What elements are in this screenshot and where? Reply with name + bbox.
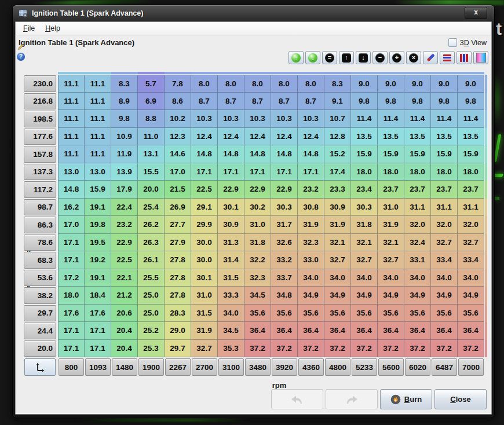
table-cell[interactable]: 10.9: [111, 128, 138, 146]
table-cell[interactable]: 13.9: [111, 163, 138, 181]
table-cell[interactable]: 33.1: [404, 251, 431, 269]
load-header-cell[interactable]: 24.4: [24, 323, 56, 339]
table-cell[interactable]: 34.0: [218, 305, 244, 323]
table-cell[interactable]: 29.7: [165, 340, 191, 358]
table-cell[interactable]: 34.0: [378, 269, 404, 287]
table-cell[interactable]: 25.4: [138, 199, 165, 217]
table-cell[interactable]: 18.0: [378, 163, 404, 181]
undo-button[interactable]: [271, 389, 323, 409]
table-cell[interactable]: 31.8: [244, 234, 271, 252]
table-cell[interactable]: 17.1: [271, 163, 298, 181]
table-cell[interactable]: 9.8: [111, 110, 138, 128]
table-cell[interactable]: 32.1: [324, 234, 351, 252]
table-cell[interactable]: 9.0: [404, 75, 431, 93]
table-cell[interactable]: 14.8: [244, 145, 271, 163]
table-cell[interactable]: 23.2: [111, 216, 138, 234]
table-cell[interactable]: 19.1: [85, 199, 111, 217]
table-cell[interactable]: 13.1: [138, 145, 165, 163]
table-cell[interactable]: 37.2: [244, 340, 271, 358]
table-cell[interactable]: 30.1: [218, 199, 244, 217]
interpolate-horizontal-icon[interactable]: [440, 51, 455, 64]
table-cell[interactable]: 10.3: [271, 110, 298, 128]
table-cell[interactable]: 9.8: [458, 93, 484, 111]
table-cell[interactable]: 37.2: [351, 340, 378, 358]
table-cell[interactable]: 11.1: [85, 75, 111, 93]
table-cell[interactable]: 8.7: [244, 93, 271, 111]
table-cell[interactable]: 11.1: [58, 110, 85, 128]
table-cell[interactable]: 17.1: [58, 322, 85, 340]
burn-button[interactable]: Burn: [380, 389, 432, 409]
table-cell[interactable]: 31.9: [378, 216, 404, 234]
table-cell[interactable]: 34.0: [458, 269, 484, 287]
table-cell[interactable]: 15.9: [404, 145, 431, 163]
table-cell[interactable]: 17.0: [58, 216, 85, 234]
table-cell[interactable]: 17.1: [85, 322, 111, 340]
table-cell[interactable]: 22.5: [191, 181, 218, 199]
table-cell[interactable]: 8.0: [271, 75, 298, 93]
table-cell[interactable]: 17.1: [58, 251, 85, 269]
decrement-icon[interactable]: ↓: [356, 51, 371, 64]
rpm-header-cell[interactable]: 2267: [165, 358, 191, 376]
table-cell[interactable]: 33.0: [298, 251, 324, 269]
table-cell[interactable]: 13.5: [431, 128, 458, 146]
table-cell[interactable]: 35.6: [431, 305, 458, 323]
rpm-header-cell[interactable]: 7000: [458, 358, 484, 376]
load-header-cell[interactable]: 198.5: [24, 111, 56, 127]
table-cell[interactable]: 20.0: [138, 181, 165, 199]
table-cell[interactable]: 31.0: [378, 199, 404, 217]
table-cell[interactable]: 15.9: [85, 181, 111, 199]
table-cell[interactable]: 9.1: [324, 93, 351, 111]
table-cell[interactable]: 34.0: [298, 269, 324, 287]
add-icon[interactable]: +: [389, 51, 404, 64]
table-cell[interactable]: 32.7: [378, 251, 404, 269]
table-cell[interactable]: 30.9: [324, 199, 351, 217]
table-cell[interactable]: 11.0: [138, 128, 165, 146]
table-cell[interactable]: 17.6: [58, 305, 85, 323]
table-cell[interactable]: 25.2: [138, 322, 165, 340]
table-cell[interactable]: 22.9: [271, 181, 298, 199]
table-cell[interactable]: 9.8: [404, 93, 431, 111]
table-cell[interactable]: 33.4: [431, 251, 458, 269]
table-cell[interactable]: 10.3: [191, 110, 218, 128]
table-cell[interactable]: 25.0: [138, 287, 165, 305]
table-cell[interactable]: 29.0: [165, 322, 191, 340]
rpm-header-cell[interactable]: 5233: [352, 358, 377, 376]
interpolate-vertical-icon[interactable]: [456, 51, 472, 64]
table-cell[interactable]: 11.4: [404, 110, 431, 128]
table-cell[interactable]: 10.3: [298, 110, 324, 128]
table-cell[interactable]: 32.0: [458, 216, 484, 234]
load-header-cell[interactable]: 157.8: [24, 146, 56, 163]
table-cell[interactable]: 8.0: [218, 75, 244, 93]
table-cell[interactable]: 12.4: [271, 128, 298, 146]
table-cell[interactable]: 31.0: [191, 287, 218, 305]
table-cell[interactable]: 17.9: [111, 181, 138, 199]
table-cell[interactable]: 11.1: [58, 93, 85, 111]
table-cell[interactable]: 27.8: [165, 287, 191, 305]
table-cell[interactable]: 13.0: [85, 163, 111, 181]
table-cell[interactable]: 29.1: [191, 199, 218, 217]
table-cell[interactable]: 8.7: [271, 93, 298, 111]
table-cell[interactable]: 36.4: [378, 322, 404, 340]
table-cell[interactable]: 31.9: [191, 322, 218, 340]
table-cell[interactable]: 15.9: [351, 145, 378, 163]
load-header-cell[interactable]: 78.6: [24, 235, 56, 251]
table-cell[interactable]: 31.0: [244, 216, 271, 234]
table-cell[interactable]: 15.5: [138, 163, 165, 181]
table-cell[interactable]: 35.3: [218, 340, 244, 358]
table-cell[interactable]: 14.8: [191, 145, 218, 163]
rpm-header-cell[interactable]: 3920: [272, 358, 297, 376]
table-cell[interactable]: 13.5: [458, 128, 484, 146]
table-cell[interactable]: 17.4: [324, 163, 351, 181]
table-cell[interactable]: 37.2: [324, 340, 351, 358]
table-cell[interactable]: 12.3: [165, 128, 191, 146]
load-header-cell[interactable]: 98.7: [24, 199, 56, 216]
table-cell[interactable]: 9.8: [431, 93, 458, 111]
table-cell[interactable]: 37.2: [298, 340, 324, 358]
table-cell[interactable]: 31.9: [298, 216, 324, 234]
table-cell[interactable]: 32.3: [298, 234, 324, 252]
table-cell[interactable]: 23.7: [378, 181, 404, 199]
checkbox-icon[interactable]: [448, 38, 457, 47]
table-cell[interactable]: 32.7: [351, 251, 378, 269]
table-cell[interactable]: 20.4: [111, 322, 138, 340]
redo-button[interactable]: [326, 389, 378, 409]
